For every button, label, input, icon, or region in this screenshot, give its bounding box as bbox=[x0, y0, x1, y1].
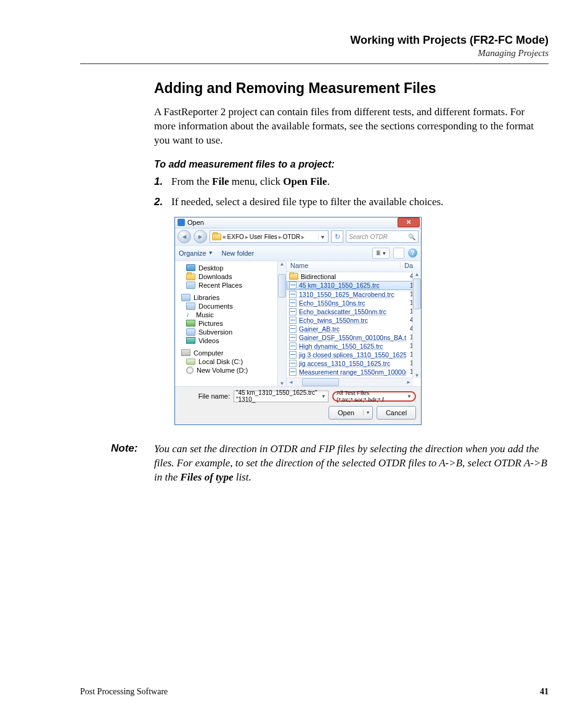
step-2: 2. If needed, select a desired file type… bbox=[154, 195, 549, 209]
step-1: 1. From the File menu, click Open File. bbox=[154, 175, 549, 189]
help-button[interactable]: ? bbox=[408, 248, 417, 258]
file-row[interactable]: jig 3 closed splices_1310_1550_1625.trc1… bbox=[287, 351, 421, 359]
navpane-scrollbar[interactable]: ▲ ▼ bbox=[277, 261, 286, 386]
column-name[interactable]: Name bbox=[287, 261, 401, 272]
file-name: Gainer_AB.trc bbox=[299, 325, 406, 333]
breadcrumb-exfo[interactable]: EXFO bbox=[227, 233, 244, 240]
scroll-down-icon[interactable]: ▼ bbox=[280, 381, 285, 386]
forward-arrow-icon: ► bbox=[197, 233, 204, 240]
scroll-up-icon[interactable]: ▲ bbox=[280, 261, 285, 267]
scroll-right-icon[interactable]: ► bbox=[406, 379, 411, 385]
file-row[interactable]: 45 km_1310_1550_1625.trc12/ bbox=[287, 281, 421, 290]
file-row[interactable]: Echo_1550ns_10ns.trc12/ bbox=[287, 299, 421, 307]
filetype-dropdown[interactable]: All Test Files (*.trc;*.sor;*.bdr;*.f ▼ bbox=[332, 391, 416, 402]
folder-icon bbox=[186, 274, 195, 280]
back-button[interactable]: ◄ bbox=[178, 230, 191, 243]
step-1-text: From the File menu, click Open File. bbox=[171, 175, 549, 189]
file-list-body: Bidirectional4/245 km_1310_1550_1625.trc… bbox=[287, 272, 421, 376]
nav-desktop[interactable]: Desktop bbox=[175, 264, 286, 272]
dialog-app-icon bbox=[178, 219, 185, 226]
trc-file-icon bbox=[289, 360, 296, 367]
step-2-number: 2. bbox=[154, 195, 171, 209]
file-name: Echo_1550ns_10ns.trc bbox=[299, 299, 406, 307]
close-icon: ✕ bbox=[406, 219, 411, 225]
file-row[interactable]: Measurement range_1550nm_10000ns.trc12/ bbox=[287, 368, 421, 376]
file-name: Echo_backscatter_1550nm.trc bbox=[299, 308, 406, 315]
file-name: Gainer_DSF_1550nm_00100ns_BA.trc bbox=[299, 334, 406, 341]
chevron-down-icon[interactable]: ▼ bbox=[321, 394, 326, 399]
forward-button[interactable]: ► bbox=[194, 230, 207, 243]
file-row[interactable]: 1310_1550_1625_Macrobend.trc12/ bbox=[287, 290, 421, 299]
file-row[interactable]: jig access_1310_1550_1625.trc12/ bbox=[287, 359, 421, 368]
trc-file-icon bbox=[289, 291, 296, 298]
file-name: Measurement range_1550nm_10000ns.trc bbox=[299, 368, 406, 376]
file-row[interactable]: Echo_backscatter_1550nm.trc12/ bbox=[287, 307, 421, 316]
chevron-down-icon[interactable]: ▼ bbox=[407, 394, 412, 399]
trc-file-icon bbox=[289, 334, 296, 341]
nav-new-volume-d[interactable]: New Volume (D:) bbox=[175, 366, 286, 375]
address-bar[interactable]: « EXFO ▸ User Files ▸ OTDR ▸ ▾ bbox=[210, 230, 329, 243]
file-row[interactable]: Gainer_DSF_1550nm_00100ns_BA.trc12/ bbox=[287, 333, 421, 342]
refresh-icon: ↻ bbox=[335, 233, 340, 241]
trc-file-icon bbox=[289, 299, 296, 307]
scroll-left-icon[interactable]: ◄ bbox=[288, 379, 293, 385]
file-name: 45 km_1310_1550_1625.trc bbox=[299, 282, 406, 289]
filename-input[interactable]: "45 km_1310_1550_1625.trc" "1310_ ▼ bbox=[234, 391, 329, 402]
documents-icon bbox=[186, 302, 195, 310]
dialog-title: Open bbox=[187, 219, 204, 226]
nav-row: ◄ ► « EXFO ▸ User Files ▸ OTDR ▸ ▾ bbox=[175, 229, 421, 246]
file-row[interactable]: Gainer_AB.trc4/2 bbox=[287, 325, 421, 333]
folder-icon bbox=[212, 233, 221, 240]
filelist-vscrollbar[interactable]: ▲ ▼ bbox=[412, 272, 421, 378]
filelist-hscrollbar[interactable]: ◄ ► bbox=[287, 378, 413, 386]
file-name: High dynamic_1550_1625.trc bbox=[299, 343, 406, 350]
music-icon: ♪ bbox=[186, 311, 193, 318]
nav-pictures[interactable]: Pictures bbox=[175, 319, 286, 328]
navigation-pane: Desktop Downloads Recent Places Librarie… bbox=[175, 261, 287, 386]
refresh-button[interactable]: ↻ bbox=[331, 230, 343, 243]
column-date[interactable]: Da bbox=[401, 261, 421, 272]
computer-icon bbox=[181, 349, 190, 356]
nav-videos[interactable]: Videos bbox=[175, 336, 286, 345]
new-folder-button[interactable]: New folder bbox=[222, 249, 255, 257]
note-label: Note: bbox=[80, 442, 154, 485]
procedure-heading: To add measurement files to a project: bbox=[154, 159, 549, 170]
close-button[interactable]: ✕ bbox=[398, 217, 420, 227]
nav-local-disk-c[interactable]: Local Disk (C:) bbox=[175, 357, 286, 366]
address-dropdown-icon[interactable]: ▾ bbox=[318, 233, 326, 240]
search-input[interactable]: Search OTDR 🔍 bbox=[346, 230, 419, 243]
view-mode-button[interactable]: ≣ ▾ bbox=[372, 248, 390, 259]
subversion-icon bbox=[186, 328, 195, 336]
back-arrow-icon: ◄ bbox=[181, 233, 188, 240]
scroll-up-icon[interactable]: ▲ bbox=[415, 272, 420, 277]
filename-value: "45 km_1310_1550_1625.trc" "1310_ bbox=[236, 389, 321, 403]
breadcrumb-otdr[interactable]: OTDR bbox=[283, 233, 300, 240]
filelist-vscroll-thumb[interactable] bbox=[413, 278, 421, 309]
filelist-hscroll-thumb[interactable] bbox=[302, 378, 339, 386]
nav-subversion[interactable]: Subversion bbox=[175, 328, 286, 336]
nav-recent-places[interactable]: Recent Places bbox=[175, 281, 286, 290]
nav-computer[interactable]: Computer bbox=[175, 349, 286, 357]
nav-libraries[interactable]: Libraries bbox=[175, 293, 286, 302]
nav-downloads[interactable]: Downloads bbox=[175, 272, 286, 281]
navpane-scroll-thumb[interactable] bbox=[278, 274, 286, 298]
nav-documents[interactable]: Documents bbox=[175, 302, 286, 310]
file-name: jig 3 closed splices_1310_1550_1625.trc bbox=[299, 351, 406, 359]
file-row[interactable]: Echo_twins_1550nm.trc4/2 bbox=[287, 316, 421, 325]
cancel-button[interactable]: Cancel bbox=[377, 406, 416, 420]
open-button[interactable]: Open ▾ bbox=[329, 406, 373, 420]
open-split-dropdown[interactable]: ▾ bbox=[363, 410, 372, 415]
preview-pane-button[interactable] bbox=[393, 248, 404, 259]
organize-button[interactable]: Organize▼ bbox=[179, 249, 213, 257]
nav-music[interactable]: ♪Music bbox=[175, 310, 286, 319]
scroll-down-icon[interactable]: ▼ bbox=[415, 373, 420, 378]
dialog-titlebar[interactable]: Open ✕ bbox=[175, 217, 421, 229]
file-list-header[interactable]: Name Da bbox=[287, 261, 421, 272]
file-row[interactable]: Bidirectional4/2 bbox=[287, 272, 421, 281]
step-2-text: If needed, select a desired file type to… bbox=[171, 195, 549, 209]
page-number: 41 bbox=[540, 687, 549, 697]
file-row[interactable]: High dynamic_1550_1625.trc12/ bbox=[287, 342, 421, 351]
recent-icon bbox=[186, 282, 195, 289]
libraries-icon bbox=[181, 294, 190, 301]
breadcrumb-userfiles[interactable]: User Files bbox=[250, 233, 277, 240]
